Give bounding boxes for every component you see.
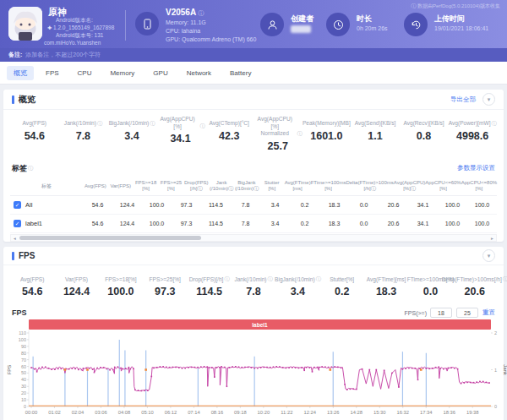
metric: Avg(AppCPU)[%] Normalizedⓘ25.7 — [254, 116, 303, 152]
metric-label: BigJank(/10min)ⓘ — [107, 116, 156, 128]
table-cell: 114.5 — [201, 197, 231, 213]
fps-threshold-input-2[interactable] — [456, 308, 478, 318]
table-cell: 54.6 — [83, 197, 112, 213]
metric-label: FPS>=18[%] — [99, 271, 143, 283]
scroll-right-icon[interactable]: ▸ — [488, 236, 496, 241]
tab-GPU[interactable]: GPU — [146, 67, 174, 79]
metric: BigJank(/10min)ⓘ3.4 — [275, 271, 319, 297]
left-axis-title: FPS — [7, 365, 12, 375]
metric-value: 114.5 — [187, 286, 231, 297]
table-cell: 3.4 — [260, 197, 290, 213]
metric-value: 0.8 — [400, 130, 449, 142]
overview-collapse-button[interactable]: ▾ — [482, 93, 495, 106]
column-header: Stutter [%] — [259, 177, 285, 196]
param-display-settings-link[interactable]: 参数显示设置 — [457, 164, 495, 172]
scroll-left-icon[interactable]: ◂ — [11, 236, 19, 241]
fps-threshold-input-1[interactable] — [430, 308, 452, 318]
creator-name-redacted — [291, 25, 311, 33]
upload-time-label: 上传时间 — [434, 14, 465, 25]
x-tick-label: 18:36 — [443, 410, 455, 415]
metric-label: Avg(CTemp)[°C] — [204, 116, 254, 128]
metric-label: Avg(Power)[mW]ⓘ — [448, 116, 497, 128]
metric: BigJank(/10min)ⓘ3.4 — [107, 116, 156, 152]
column-header: BigJank (/10min)ⓘ — [234, 177, 259, 196]
info-icon[interactable]: ⓘ — [492, 121, 497, 128]
table-cell: 100.0 — [438, 215, 467, 232]
x-tick-label: 13:26 — [327, 410, 340, 415]
section-tabs: 概览FPSCPUMemoryGPUNetworkBattery — [0, 62, 507, 85]
jank-marker — [144, 368, 147, 371]
metric-label: Jank(/10min)ⓘ — [59, 116, 108, 128]
note-placeholder[interactable]: 添加备注，不超过200个字符 — [25, 51, 101, 59]
fps-chart[interactable]: label1010203040506070809010011001200:000… — [5, 319, 507, 420]
export-all-link[interactable]: 导出全部 — [450, 95, 476, 104]
column-header: FTime>=100ms [%] — [311, 177, 346, 196]
device-info-icon[interactable]: ⓘ — [199, 10, 204, 16]
metric-label: Avg(AppCPU)[%]ⓘ — [156, 116, 205, 130]
info-icon[interactable]: ⓘ — [224, 276, 229, 283]
tab-Network[interactable]: Network — [180, 67, 218, 79]
metric-label: BigJank(/10min)ⓘ — [275, 271, 319, 283]
note-label: 备注: — [8, 51, 22, 59]
fps-threshold-label: FPS(>=) — [405, 310, 427, 316]
table-horizontal-scrollbar[interactable]: ◂ ▸ — [10, 234, 497, 242]
x-tick-label: 05:10 — [141, 410, 154, 415]
tab-CPU[interactable]: CPU — [71, 67, 99, 79]
info-icon[interactable]: ⓘ — [150, 121, 155, 128]
table-row[interactable]: ✓All54.6124.4100.097.3114.57.83.40.218.3… — [10, 196, 497, 215]
jank-marker — [64, 368, 67, 371]
metric-value: 3.4 — [107, 130, 156, 142]
metric-label: Avg(FTime)[ms] — [364, 271, 408, 283]
note-bar[interactable]: 备注: 添加备注，不超过200个字符 — [0, 48, 507, 62]
upload-time-value: 19/01/2021 18:06:41 — [434, 25, 488, 31]
fps-collapse-button[interactable]: ▾ — [482, 249, 495, 262]
tab-概览[interactable]: 概览 — [7, 66, 34, 80]
table-cell: 20.6 — [379, 215, 408, 232]
metric: Stutter[%]0.2 — [320, 271, 364, 297]
table-cell: 54.6 — [83, 215, 112, 232]
overview-metrics: Avg(FPS)54.6Jank(/10min)ⓘ7.8BigJank(/10m… — [3, 110, 504, 160]
metric: FPS>=25[%]97.3 — [143, 271, 187, 297]
metric-label: Avg(AppCPU)[%] Normalizedⓘ — [254, 116, 303, 138]
metric: Avg(CTemp)[°C]42.3 — [204, 116, 254, 152]
table-cell: 97.3 — [172, 215, 201, 232]
info-icon[interactable]: ⓘ — [503, 276, 507, 283]
info-icon[interactable]: ⓘ — [268, 276, 273, 283]
metric-value: 100.0 — [99, 286, 143, 297]
android-version-code: Android版本号: 131 — [56, 32, 103, 40]
table-row[interactable]: ✓label154.6124.4100.097.3114.57.83.40.21… — [10, 215, 497, 233]
metric: Avg(Recv)[KB/s]0.8 — [400, 116, 449, 152]
info-icon[interactable]: ⓘ — [97, 121, 102, 128]
info-icon[interactable]: ⓘ — [28, 165, 33, 172]
metric-value: 124.4 — [54, 286, 98, 297]
column-header: Jank (/10min)ⓘ — [209, 177, 234, 196]
table-cell: 34.1 — [408, 197, 438, 213]
jank-marker — [420, 368, 422, 371]
tab-Battery[interactable]: Battery — [223, 67, 258, 79]
table-cell: 18.3 — [319, 197, 349, 213]
reset-link[interactable]: 重置 — [482, 308, 495, 317]
metric-value: 1.1 — [351, 130, 400, 142]
row-checkbox[interactable]: ✓ — [14, 201, 21, 209]
row-label: label1 — [25, 220, 42, 227]
android-version-name-label: Android版本名: — [56, 17, 93, 25]
tab-Memory[interactable]: Memory — [103, 67, 141, 79]
metric: Drop(FPS)[/h]ⓘ114.5 — [187, 271, 231, 297]
table-cell: 0.0 — [349, 197, 379, 213]
table-cell: 7.8 — [231, 215, 260, 232]
y-tick-label: 100 — [19, 337, 26, 342]
row-checkbox[interactable]: ✓ — [14, 220, 21, 227]
scrollbar-thumb[interactable] — [19, 236, 201, 240]
tab-FPS[interactable]: FPS — [39, 67, 66, 79]
metric-label: FPS>=25[%] — [143, 271, 187, 283]
fps-chart-area: label1010203040506070809010011001200:000… — [3, 319, 504, 420]
y2-tick-label: 2 — [494, 330, 497, 335]
x-tick-label: 09:18 — [234, 410, 247, 415]
right-axis-title: Jank — [503, 364, 507, 376]
x-tick-label: 07:14 — [188, 410, 200, 415]
fps-title: FPS — [19, 251, 35, 260]
duration-value: 0h 20m 26s — [357, 25, 388, 31]
metric-value: 20.6 — [453, 286, 497, 297]
table-cell: 0.2 — [290, 215, 319, 232]
y-tick-label: 20 — [21, 390, 26, 395]
